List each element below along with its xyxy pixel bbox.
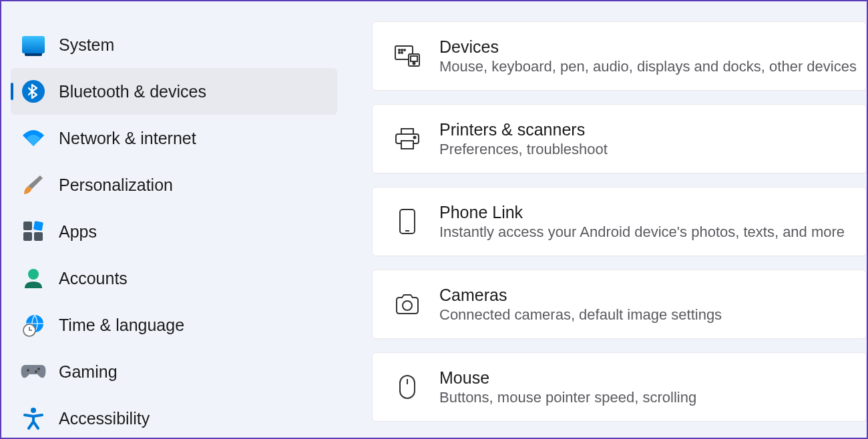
- svg-point-11: [31, 408, 36, 413]
- card-devices[interactable]: Devices Mouse, keyboard, pen, audio, dis…: [372, 21, 867, 91]
- svg-rect-2: [33, 221, 43, 231]
- account-icon: [20, 265, 47, 292]
- sidebar-item-system[interactable]: System: [11, 21, 337, 68]
- svg-rect-1: [23, 222, 32, 230]
- svg-point-17: [401, 52, 403, 53]
- card-phone-link[interactable]: Phone Link Instantly access your Android…: [372, 187, 867, 256]
- svg-point-9: [37, 368, 40, 370]
- sidebar-item-apps[interactable]: Apps: [11, 208, 337, 255]
- bluetooth-icon: [20, 78, 47, 105]
- sidebar-item-bluetooth-devices[interactable]: Bluetooth & devices: [11, 68, 337, 115]
- card-title: Devices: [439, 37, 857, 57]
- svg-point-0: [22, 80, 45, 103]
- sidebar-item-label: Accessibility: [59, 409, 150, 428]
- sidebar-item-time-language[interactable]: Time & language: [11, 302, 337, 348]
- svg-point-13: [399, 49, 400, 51]
- svg-point-20: [413, 63, 415, 65]
- card-subtitle: Instantly access your Android device's p…: [439, 224, 845, 241]
- card-cameras[interactable]: Cameras Connected cameras, default image…: [372, 270, 867, 339]
- card-title: Cameras: [439, 285, 722, 305]
- sidebar-item-personalization[interactable]: Personalization: [11, 161, 337, 208]
- svg-rect-21: [401, 129, 413, 134]
- devices-icon: [394, 43, 421, 69]
- svg-point-14: [401, 49, 403, 51]
- sidebar-item-gaming[interactable]: Gaming: [11, 348, 337, 395]
- camera-icon: [394, 291, 421, 318]
- gamepad-icon: [20, 358, 47, 385]
- accessibility-icon: [20, 405, 47, 432]
- svg-rect-25: [400, 209, 415, 234]
- apps-icon: [20, 218, 47, 245]
- card-printers-scanners[interactable]: Printers & scanners Preferences, trouble…: [372, 104, 867, 173]
- card-title: Printers & scanners: [439, 119, 608, 139]
- card-mouse[interactable]: Mouse Buttons, mouse pointer speed, scro…: [372, 352, 867, 422]
- phone-icon: [394, 208, 421, 235]
- sidebar-item-label: Bluetooth & devices: [59, 82, 206, 101]
- sidebar-item-label: Time & language: [59, 316, 184, 335]
- svg-point-8: [27, 369, 29, 372]
- sidebar-item-label: Apps: [59, 222, 97, 242]
- card-subtitle: Mouse, keyboard, pen, audio, displays an…: [439, 58, 857, 75]
- card-subtitle: Preferences, troubleshoot: [439, 141, 608, 158]
- sidebar-item-label: Accounts: [59, 269, 128, 288]
- sidebar-item-label: Network & internet: [59, 129, 196, 148]
- wifi-icon: [20, 125, 47, 151]
- sidebar: System Bluetooth & devices Network & int…: [1, 1, 344, 438]
- sidebar-item-label: Personalization: [59, 175, 173, 195]
- svg-point-16: [399, 52, 400, 53]
- svg-point-27: [403, 301, 412, 310]
- sidebar-item-label: System: [59, 35, 114, 55]
- card-title: Phone Link: [439, 202, 845, 222]
- card-subtitle: Buttons, mouse pointer speed, scrolling: [439, 389, 696, 406]
- sidebar-item-accounts[interactable]: Accounts: [11, 255, 337, 302]
- main-content: Devices Mouse, keyboard, pen, audio, dis…: [344, 1, 867, 438]
- svg-rect-23: [401, 141, 413, 149]
- svg-point-10: [35, 370, 37, 373]
- sidebar-item-network[interactable]: Network & internet: [11, 115, 337, 161]
- card-subtitle: Connected cameras, default image setting…: [439, 306, 722, 324]
- clock-globe-icon: [20, 312, 47, 338]
- svg-rect-3: [23, 232, 32, 241]
- sidebar-item-accessibility[interactable]: Accessibility: [11, 395, 337, 439]
- card-title: Mouse: [439, 368, 696, 388]
- svg-point-15: [404, 49, 405, 51]
- svg-point-24: [414, 137, 416, 139]
- svg-rect-4: [34, 232, 43, 241]
- sidebar-item-label: Gaming: [59, 362, 118, 382]
- mouse-icon: [394, 374, 421, 400]
- system-icon: [20, 31, 47, 58]
- printer-icon: [394, 125, 421, 152]
- svg-point-5: [28, 269, 39, 280]
- paintbrush-icon: [20, 171, 47, 198]
